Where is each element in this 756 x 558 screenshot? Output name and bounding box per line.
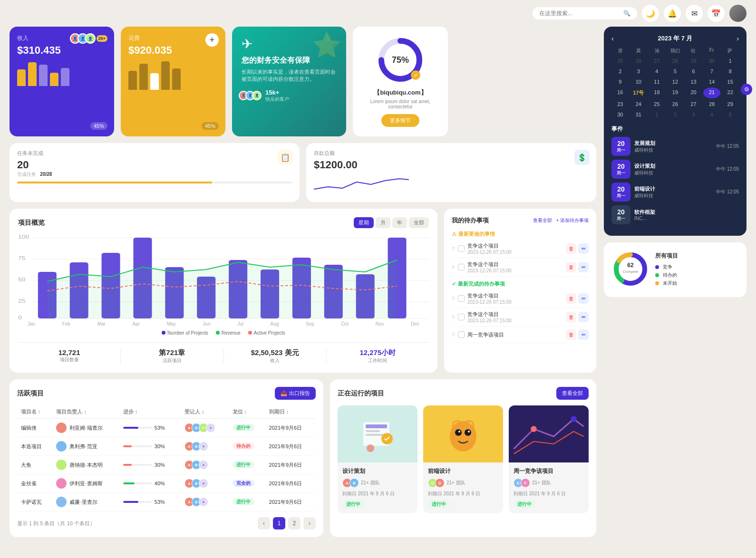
mail-button[interactable]: ✉	[686, 5, 703, 22]
cal-day[interactable]: 3	[630, 67, 648, 76]
view-all-link[interactable]: 查看全部	[533, 217, 552, 224]
todo-edit-5[interactable]: ✏	[578, 329, 589, 340]
cal-today[interactable]: 21	[703, 87, 721, 98]
cal-day[interactable]: 2	[667, 110, 684, 119]
calendar-button[interactable]: 📅	[708, 5, 725, 22]
cal-day[interactable]: 10	[630, 77, 648, 87]
cal-day[interactable]: 4	[703, 110, 721, 119]
progress-card: 75% ✓ 【biqubiqu.com】 Lorem ipsum dolor s…	[353, 27, 448, 136]
todo-edit-1[interactable]: ✏	[578, 243, 589, 254]
todo-check-4[interactable]	[458, 314, 465, 320]
detail-button[interactable]: 更多细节	[381, 114, 419, 127]
todo-check-3[interactable]	[458, 295, 465, 302]
prev-page-button[interactable]: ‹	[258, 517, 270, 529]
manager-avatar-3	[56, 460, 67, 470]
cal-day[interactable]: 25	[611, 56, 629, 66]
page-2-button[interactable]: 2	[288, 517, 300, 529]
running-view-all-button[interactable]: 查看全部	[556, 387, 589, 400]
stat-projects-label: 项目数量	[18, 356, 120, 363]
add-todo-link[interactable]: + 添加待办事项	[556, 217, 589, 224]
page-1-button[interactable]: 1	[273, 517, 285, 529]
todo-check-2[interactable]	[458, 264, 465, 270]
todo-text-5: 周一竞争该项目	[467, 331, 563, 338]
todo-delete-2[interactable]: 🗑	[566, 262, 576, 272]
export-button[interactable]: 📤 出口报告	[275, 387, 316, 400]
cal-day[interactable]: 30	[703, 56, 721, 66]
tab-week[interactable]: 星期	[354, 217, 374, 228]
cal-day[interactable]: 11	[648, 77, 666, 87]
todo-edit-4[interactable]: ✏	[578, 312, 589, 322]
cal-day[interactable]: 22	[721, 87, 739, 98]
cal-day[interactable]: 4	[648, 67, 666, 76]
add-expense-button[interactable]: +	[205, 33, 219, 47]
progress-donut: 75% ✓	[377, 36, 424, 84]
tab-month[interactable]: 月	[376, 217, 390, 228]
todo-text-label-3: 竞争这个项目	[467, 292, 563, 299]
user-avatar[interactable]	[729, 5, 746, 22]
cal-day[interactable]: 2	[611, 67, 629, 76]
cal-day[interactable]: 20	[685, 87, 702, 98]
settings-gear[interactable]: ⚙	[741, 84, 752, 95]
cal-day[interactable]: 19	[667, 87, 684, 98]
cal-day[interactable]: 12	[667, 77, 684, 87]
theme-toggle-button[interactable]: 🌙	[642, 5, 659, 22]
search-box[interactable]: 🔍	[533, 7, 637, 19]
next-page-button[interactable]: ›	[303, 517, 316, 529]
drag-handle-4[interactable]: ⠿	[452, 315, 455, 320]
chart-svg: 100 75 50 25 0	[18, 234, 429, 319]
drag-handle-5[interactable]: ⠿	[452, 332, 455, 337]
cal-day[interactable]: 6	[685, 67, 702, 76]
search-input[interactable]	[539, 10, 620, 17]
todo-actions-1: 🗑 ✏	[566, 243, 589, 254]
cal-day[interactable]: 29	[685, 56, 702, 66]
cal-day[interactable]: 28	[703, 99, 721, 109]
todo-delete-1[interactable]: 🗑	[566, 243, 576, 254]
cal-day[interactable]: 5	[667, 67, 684, 76]
stat-revenue-val: $2,50,523 美元	[224, 348, 326, 357]
drag-handle-2[interactable]: ⠿	[452, 265, 455, 270]
todo-delete-5[interactable]: 🗑	[566, 329, 576, 340]
cal-day[interactable]: 27	[648, 56, 666, 66]
cal-day[interactable]: 8	[721, 67, 739, 76]
cal-day[interactable]: 3	[685, 110, 702, 119]
cal-day[interactable]: 7	[703, 67, 721, 76]
cal-day[interactable]: 30	[611, 110, 629, 119]
tab-year[interactable]: 年	[392, 217, 407, 228]
cal-day[interactable]: 26	[667, 99, 684, 109]
todo-delete-4[interactable]: 🗑	[566, 312, 576, 322]
cal-day[interactable]: 1	[648, 110, 666, 119]
tab-all[interactable]: 全部	[409, 217, 429, 228]
cal-day[interactable]: 31	[630, 110, 648, 119]
cal-prev-button[interactable]: ‹	[611, 35, 614, 42]
todo-edit-3[interactable]: ✏	[578, 293, 589, 304]
running-project-cards: 设计策划 A B 21+ 团队 到期日 2021 年 9 月 6 日 进行中	[338, 405, 589, 513]
cal-day[interactable]: 28	[667, 56, 684, 66]
cal-day[interactable]: 24	[630, 99, 648, 109]
cal-day[interactable]: 25	[648, 99, 666, 109]
cal-day[interactable]: 26	[630, 56, 648, 66]
cal-day[interactable]: 13	[685, 77, 702, 87]
cal-next-button[interactable]: ›	[737, 35, 739, 42]
cal-day[interactable]: 15	[721, 77, 739, 87]
cal-day[interactable]: 14	[703, 77, 721, 87]
cal-day[interactable]: 29	[721, 99, 739, 109]
cal-day[interactable]: 1	[721, 56, 739, 66]
todo-links[interactable]: 查看全部 + 添加待办事项	[533, 217, 589, 224]
cal-day[interactable]: 16	[611, 87, 629, 98]
svg-text:50: 50	[18, 277, 26, 283]
cal-day[interactable]: 23	[611, 99, 629, 109]
cal-day[interactable]: 27	[685, 99, 702, 109]
drag-handle-1[interactable]: ⠿	[452, 246, 455, 251]
drag-handle-3[interactable]: ⠿	[452, 296, 455, 301]
cal-day[interactable]: 17号	[630, 87, 648, 98]
cal-day[interactable]: 5	[721, 110, 739, 119]
todo-check-5[interactable]	[458, 331, 465, 338]
cal-day[interactable]: 9	[611, 77, 629, 87]
todo-edit-2[interactable]: ✏	[578, 262, 589, 272]
project-name-1: 编辑侠	[17, 419, 52, 437]
todo-delete-3[interactable]: 🗑	[566, 293, 576, 304]
cal-day[interactable]: 18	[648, 87, 666, 98]
todo-check-1[interactable]	[458, 245, 465, 252]
notifications-button[interactable]: 🔔	[664, 5, 681, 22]
svg-point-32	[455, 429, 462, 436]
